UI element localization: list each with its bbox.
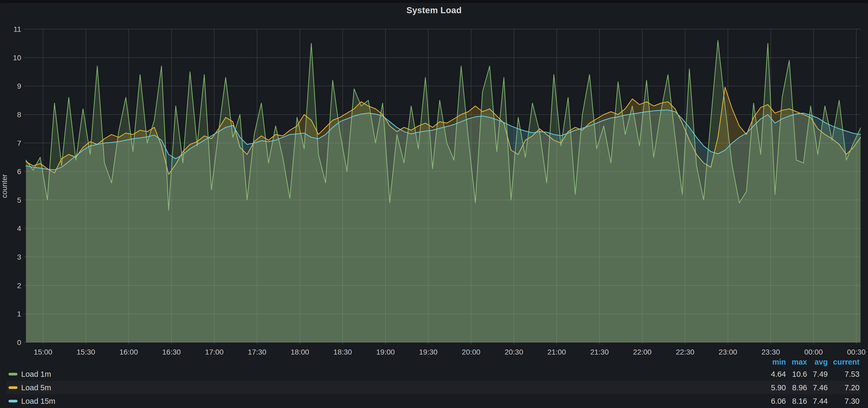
x-tick-label: 00:30: [847, 348, 866, 356]
legend: minmaxavgcurrentLoad 1m4.6410.67.497.53L…: [6, 357, 861, 408]
x-tick-label: 21:00: [547, 348, 566, 356]
legend-item-load-5m[interactable]: Load 5m5.908.967.467.20: [6, 381, 861, 394]
x-tick-label: 22:30: [676, 348, 694, 356]
system-load-chart: 0123456789101115:0015:3016:0016:3017:001…: [0, 0, 868, 408]
legend-stat-load-5m-current: 7.20: [814, 383, 860, 392]
x-tick-label: 21:30: [590, 348, 609, 356]
legend-stat-load-15m-current: 7.30: [814, 397, 860, 405]
x-tick-label: 17:00: [205, 348, 223, 356]
x-tick-label: 23:00: [719, 348, 737, 356]
x-tick-label: 16:30: [162, 348, 181, 356]
y-tick-label: 2: [17, 281, 21, 290]
x-tick-label: 18:30: [333, 348, 352, 356]
x-tick-label: 19:00: [376, 348, 395, 356]
legend-label-load-1m[interactable]: Load 1m: [21, 370, 51, 378]
x-tick-label: 17:30: [248, 348, 267, 356]
legend-item-load-15m[interactable]: Load 15m6.068.167.447.30: [6, 394, 861, 408]
x-tick-label: 23:30: [762, 348, 780, 356]
x-tick-label: 18:00: [290, 348, 309, 356]
x-tick-label: 20:30: [505, 348, 523, 356]
legend-header-current[interactable]: current: [814, 358, 860, 367]
y-tick-label: 7: [17, 139, 21, 147]
y-tick-label: 6: [17, 168, 21, 176]
x-tick-label: 15:30: [76, 348, 95, 356]
legend-label-load-15m[interactable]: Load 15m: [21, 397, 55, 405]
y-tick-label: 8: [17, 111, 21, 119]
x-tick-label: 19:30: [419, 348, 437, 356]
y-tick-label: 4: [17, 225, 21, 233]
legend-swatch-load-5m[interactable]: [8, 386, 18, 389]
y-tick-label: 9: [17, 82, 21, 90]
legend-swatch-load-15m[interactable]: [8, 400, 18, 402]
x-tick-label: 00:00: [804, 348, 823, 356]
x-tick-label: 16:00: [119, 348, 138, 356]
y-tick-label: 3: [17, 253, 21, 261]
y-tick-label: 10: [13, 54, 21, 62]
y-tick-label: 11: [13, 25, 21, 33]
y-tick-label: 5: [17, 196, 21, 204]
x-tick-label: 15:00: [34, 348, 53, 356]
legend-swatch-load-1m[interactable]: [8, 373, 18, 375]
legend-stat-load-1m-current: 7.53: [814, 370, 860, 378]
y-tick-label: 0: [17, 338, 21, 347]
legend-label-load-5m[interactable]: Load 5m: [21, 383, 51, 392]
legend-item-load-1m[interactable]: Load 1m4.6410.67.497.53: [6, 367, 861, 381]
y-tick-label: 1: [17, 310, 21, 318]
legend-header-row: minmaxavgcurrent: [6, 357, 861, 367]
x-tick-label: 20:00: [462, 348, 480, 356]
x-tick-label: 22:00: [633, 348, 652, 356]
plot-area[interactable]: [26, 29, 861, 342]
